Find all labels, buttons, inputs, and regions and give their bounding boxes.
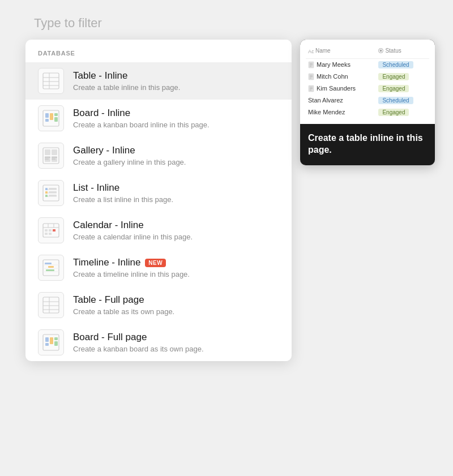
calendar-inline-title: Calendar - Inline [73, 220, 193, 231]
table-full-icon [38, 292, 64, 318]
list-inline-desc: Create a list inline in this page. [73, 195, 173, 204]
svg-rect-29 [49, 195, 57, 196]
svg-rect-43 [45, 263, 52, 264]
menu-item-board-inline[interactable]: Board - Inline Create a kanban board inl… [25, 100, 292, 137]
gallery-inline-text: Gallery - Inline Create a gallery inline… [73, 145, 186, 166]
menu-item-gallery-inline[interactable]: Gallery - Inline Create a gallery inline… [25, 137, 292, 174]
gallery-inline-desc: Create a gallery inline in this page. [73, 158, 186, 166]
badge-engaged: Engaged [378, 109, 409, 116]
svg-rect-52 [45, 337, 49, 342]
svg-rect-7 [45, 119, 49, 122]
list-inline-icon [38, 180, 64, 206]
svg-rect-46 [43, 297, 59, 313]
table-inline-title: Table - Inline [73, 70, 180, 82]
preview-table: Aɑ Name Status Ma [306, 46, 429, 118]
badge-engaged: Engaged [378, 85, 409, 92]
svg-rect-24 [45, 188, 48, 190]
board-full-text: Board - Full page Create a kanban board … [73, 332, 204, 353]
col-header-status: Status [376, 46, 429, 58]
table-row: Mike Mendez Engaged [306, 106, 429, 118]
svg-rect-34 [45, 229, 48, 231]
svg-rect-55 [54, 337, 58, 340]
table-inline-desc: Create a table inline in this page. [73, 83, 180, 92]
svg-rect-9 [54, 113, 58, 116]
board-inline-icon [38, 105, 64, 131]
table-row: Mary Meeks Scheduled [306, 58, 429, 71]
badge-engaged: Engaged [378, 73, 409, 80]
table-inline-text: Table - Inline Create a table inline in … [73, 70, 180, 92]
menu-item-board-full[interactable]: Board - Full page Create a kanban board … [25, 324, 292, 361]
table-row: Mitch Cohn Engaged [306, 71, 429, 83]
svg-rect-35 [49, 229, 52, 231]
svg-rect-38 [49, 233, 52, 235]
table-row: Stan Alvarez Scheduled [306, 95, 429, 106]
svg-rect-56 [54, 341, 58, 346]
preview-panel: Aɑ Name Status Ma [300, 40, 435, 165]
svg-rect-27 [49, 191, 57, 193]
dropdown-panel: DATABASE Table - Inline Create a table i… [25, 40, 292, 361]
board-inline-text: Board - Inline Create a kanban board inl… [73, 108, 210, 129]
calendar-inline-icon [38, 217, 64, 243]
svg-rect-53 [45, 343, 49, 346]
board-full-desc: Create a kanban board as its own page. [73, 345, 204, 353]
col-header-name: Aɑ Name [306, 46, 376, 58]
menu-item-table-inline[interactable]: Table - Inline Create a table inline in … [25, 62, 292, 100]
timeline-inline-text: Timeline - Inline NEW Create a timeline … [73, 257, 190, 278]
svg-rect-37 [45, 233, 48, 235]
list-inline-text: List - Inline Create a list inline in th… [73, 182, 173, 204]
badge-scheduled: Scheduled [378, 61, 413, 68]
menu-item-list-inline[interactable]: List - Inline Create a list inline in th… [25, 174, 292, 212]
svg-rect-54 [50, 337, 53, 344]
table-row: Kim Saunders Engaged [306, 83, 429, 95]
menu-item-table-full[interactable]: Table - Full page Create a table as its … [25, 286, 292, 324]
new-badge: NEW [145, 259, 166, 267]
section-label: DATABASE [25, 50, 292, 62]
calendar-inline-text: Calendar - Inline Create a calendar inli… [73, 220, 193, 241]
svg-rect-13 [52, 149, 57, 155]
svg-rect-10 [54, 117, 58, 122]
svg-text:Aɑ: Aɑ [308, 49, 314, 54]
badge-scheduled: Scheduled [378, 97, 413, 104]
svg-rect-36 [53, 229, 55, 231]
board-full-icon [38, 329, 64, 355]
board-full-title: Board - Full page [73, 332, 204, 343]
board-inline-title: Board - Inline [73, 108, 210, 119]
svg-rect-8 [50, 113, 53, 120]
svg-point-59 [380, 50, 382, 52]
menu-item-calendar-inline[interactable]: Calendar - Inline Create a calendar inli… [25, 212, 292, 249]
svg-rect-6 [45, 113, 49, 118]
preview-table-area: Aɑ Name Status Ma [300, 40, 435, 124]
menu-item-timeline-inline[interactable]: Timeline - Inline NEW Create a timeline … [25, 249, 292, 286]
table-full-title: Table - Full page [73, 294, 174, 306]
table-inline-icon [38, 68, 64, 94]
svg-rect-45 [46, 269, 54, 271]
svg-rect-28 [45, 195, 48, 197]
svg-rect-12 [45, 149, 50, 155]
table-full-text: Table - Full page Create a table as its … [73, 294, 174, 316]
timeline-inline-desc: Create a timeline inline in this page. [73, 270, 190, 278]
timeline-inline-title: Timeline - Inline NEW [73, 257, 190, 268]
table-full-desc: Create a table as its own page. [73, 307, 174, 316]
svg-rect-0 [43, 73, 59, 89]
svg-rect-44 [48, 266, 54, 268]
svg-rect-26 [45, 191, 48, 194]
board-inline-desc: Create a kanban board inline in this pag… [73, 121, 210, 129]
calendar-inline-desc: Create a calendar inline in this page. [73, 233, 193, 241]
gallery-inline-icon [38, 143, 64, 169]
timeline-inline-icon [38, 255, 64, 281]
svg-rect-25 [49, 188, 57, 190]
preview-caption: Create a table inline in this page. [300, 124, 435, 156]
gallery-inline-title: Gallery - Inline [73, 145, 186, 156]
list-inline-title: List - Inline [73, 182, 173, 194]
filter-placeholder: Type to filter [34, 16, 102, 31]
